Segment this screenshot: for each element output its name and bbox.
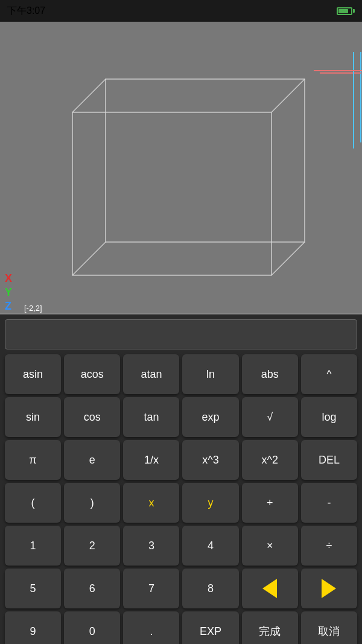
btn-left[interactable] bbox=[242, 569, 298, 608]
btn-x[interactable]: x bbox=[123, 483, 179, 523]
status-bar: 下午3:07 bbox=[0, 0, 362, 22]
corner-blue-line bbox=[353, 52, 362, 148]
calculator-panel: asinacosatanlnabs^sincostanexp√logπe1/xx… bbox=[0, 313, 362, 644]
btn-sqrt[interactable]: √ bbox=[242, 397, 298, 437]
btn-dot[interactable]: . bbox=[123, 611, 179, 644]
btn-x2[interactable]: x^2 bbox=[242, 440, 298, 480]
btn-inv[interactable]: 1/x bbox=[123, 440, 179, 480]
battery-icon bbox=[337, 7, 355, 15]
btn-atan[interactable]: atan bbox=[123, 354, 179, 394]
btn-3[interactable]: 3 bbox=[123, 526, 179, 566]
btn-acos[interactable]: acos bbox=[64, 354, 120, 394]
axis-x-label: X bbox=[5, 272, 12, 285]
btn-del[interactable]: DEL bbox=[301, 440, 357, 480]
btn-1[interactable]: 1 bbox=[5, 526, 61, 566]
btn-done[interactable]: 完成 bbox=[242, 611, 298, 644]
axis-y-label: Y bbox=[5, 286, 12, 299]
btn-ln[interactable]: ln bbox=[182, 354, 238, 394]
btn-cancel[interactable]: 取消 bbox=[301, 611, 357, 644]
wireframe-canvas bbox=[0, 22, 362, 317]
btn-4[interactable]: 4 bbox=[182, 526, 238, 566]
arrow-right-icon bbox=[322, 579, 336, 598]
btn-7[interactable]: 7 bbox=[123, 569, 179, 608]
btn-mul[interactable]: × bbox=[242, 526, 298, 566]
btn-pi[interactable]: π bbox=[5, 440, 61, 480]
btn-e[interactable]: e bbox=[64, 440, 120, 480]
btn-0[interactable]: 0 bbox=[64, 611, 120, 644]
btn-minus[interactable]: - bbox=[301, 483, 357, 523]
btn-cos[interactable]: cos bbox=[64, 397, 120, 437]
btn-8[interactable]: 8 bbox=[182, 569, 238, 608]
btn-6[interactable]: 6 bbox=[64, 569, 120, 608]
corner-red-line bbox=[314, 70, 362, 71]
btn-abs[interactable]: abs bbox=[242, 354, 298, 394]
btn-log[interactable]: log bbox=[301, 397, 357, 437]
btn-9[interactable]: 9 bbox=[5, 611, 61, 644]
calculator-display[interactable] bbox=[5, 319, 357, 349]
axis-z-label: Z bbox=[5, 300, 12, 313]
status-time: 下午3:07 bbox=[7, 5, 45, 18]
button-grid: asinacosatanlnabs^sincostanexp√logπe1/xx… bbox=[5, 354, 357, 644]
arrow-left-icon bbox=[262, 579, 277, 598]
btn-x3[interactable]: x^3 bbox=[182, 440, 238, 480]
btn-y[interactable]: y bbox=[182, 483, 238, 523]
btn-rpar[interactable]: ) bbox=[64, 483, 120, 523]
btn-plus[interactable]: + bbox=[242, 483, 298, 523]
axis-container: X Y Z bbox=[5, 272, 12, 313]
btn-expn[interactable]: EXP bbox=[182, 611, 238, 644]
btn-2[interactable]: 2 bbox=[64, 526, 120, 566]
btn-5[interactable]: 5 bbox=[5, 569, 61, 608]
btn-right[interactable] bbox=[301, 569, 357, 608]
viewport: X Y Z [-2,2] bbox=[0, 22, 362, 317]
btn-tan[interactable]: tan bbox=[123, 397, 179, 437]
coord-label: [-2,2] bbox=[24, 304, 42, 313]
btn-div[interactable]: ÷ bbox=[301, 526, 357, 566]
btn-lpar[interactable]: ( bbox=[5, 483, 61, 523]
btn-asin[interactable]: asin bbox=[5, 354, 61, 394]
btn-exp[interactable]: exp bbox=[182, 397, 238, 437]
btn-sin[interactable]: sin bbox=[5, 397, 61, 437]
btn-pow[interactable]: ^ bbox=[301, 354, 357, 394]
